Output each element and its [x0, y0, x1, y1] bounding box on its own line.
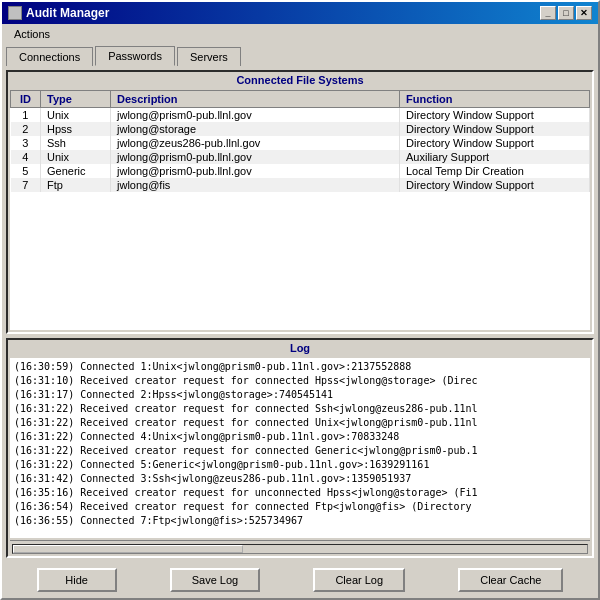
- col-id: ID: [11, 91, 41, 108]
- window-title: Audit Manager: [26, 6, 109, 20]
- cell-id: 2: [11, 122, 41, 136]
- close-button[interactable]: ✕: [576, 6, 592, 20]
- log-line: (16:31:22) Connected 4:Unix<jwlong@prism…: [14, 430, 586, 444]
- tab-passwords[interactable]: Passwords: [95, 46, 175, 66]
- tab-servers[interactable]: Servers: [177, 47, 241, 66]
- maximize-button[interactable]: □: [558, 6, 574, 20]
- cell-func: Auxiliary Support: [400, 150, 590, 164]
- log-line: (16:30:59) Connected 1:Unix<jwlong@prism…: [14, 360, 586, 374]
- save-log-button[interactable]: Save Log: [170, 568, 260, 592]
- cell-desc: jwlong@prism0-pub.llnl.gov: [111, 108, 400, 123]
- cell-type: Generic: [41, 164, 111, 178]
- log-line: (16:31:42) Connected 3:Ssh<jwlong@zeus28…: [14, 472, 586, 486]
- cell-id: 1: [11, 108, 41, 123]
- cell-desc: jwlong@prism0-pub.llnl.gov: [111, 164, 400, 178]
- menu-actions[interactable]: Actions: [6, 26, 58, 42]
- col-desc: Description: [111, 91, 400, 108]
- cell-desc: jwlong@zeus286-pub.llnl.gov: [111, 136, 400, 150]
- tab-connections[interactable]: Connections: [6, 47, 93, 66]
- fs-panel: Connected File Systems ID Type Descripti…: [6, 70, 594, 334]
- hide-button[interactable]: Hide: [37, 568, 117, 592]
- menu-bar: Actions: [2, 24, 598, 44]
- cell-id: 4: [11, 150, 41, 164]
- h-scrollbar-thumb: [13, 545, 243, 553]
- cell-func: Local Temp Dir Creation: [400, 164, 590, 178]
- cell-type: Unix: [41, 150, 111, 164]
- clear-log-button[interactable]: Clear Log: [313, 568, 405, 592]
- horizontal-scrollbar[interactable]: [12, 544, 588, 554]
- cell-func: Directory Window Support: [400, 178, 590, 192]
- fs-panel-header: Connected File Systems: [8, 72, 592, 88]
- cell-desc: jwlong@fis: [111, 178, 400, 192]
- cell-func: Directory Window Support: [400, 122, 590, 136]
- col-type: Type: [41, 91, 111, 108]
- log-line: (16:31:22) Received creator request for …: [14, 416, 586, 430]
- log-line: (16:31:10) Received creator request for …: [14, 374, 586, 388]
- col-func: Function: [400, 91, 590, 108]
- log-line: (16:31:22) Received creator request for …: [14, 444, 586, 458]
- horizontal-scroll-area: [10, 540, 590, 556]
- table-row[interactable]: 2 Hpss jwlong@storage Directory Window S…: [11, 122, 590, 136]
- cell-type: Hpss: [41, 122, 111, 136]
- log-panel: Log (16:30:59) Connected 1:Unix<jwlong@p…: [6, 338, 594, 558]
- log-line: (16:31:22) Received creator request for …: [14, 402, 586, 416]
- cell-desc: jwlong@storage: [111, 122, 400, 136]
- app-icon: [8, 6, 22, 20]
- fs-table-container[interactable]: ID Type Description Function 1 Unix jwlo…: [10, 90, 590, 330]
- log-container[interactable]: (16:30:59) Connected 1:Unix<jwlong@prism…: [10, 358, 590, 538]
- log-line: (16:36:55) Connected 7:Ftp<jwlong@fis>:5…: [14, 514, 586, 528]
- cell-id: 3: [11, 136, 41, 150]
- cell-desc: jwlong@prism0-pub.llnl.gov: [111, 150, 400, 164]
- log-line: (16:35:16) Received creator request for …: [14, 486, 586, 500]
- main-content: Connected File Systems ID Type Descripti…: [2, 66, 598, 562]
- cell-type: Unix: [41, 108, 111, 123]
- table-row[interactable]: 4 Unix jwlong@prism0-pub.llnl.gov Auxili…: [11, 150, 590, 164]
- table-row[interactable]: 3 Ssh jwlong@zeus286-pub.llnl.gov Direct…: [11, 136, 590, 150]
- tab-bar: Connections Passwords Servers: [2, 46, 598, 66]
- title-bar: Audit Manager _ □ ✕: [2, 2, 598, 24]
- log-panel-header: Log: [8, 340, 592, 356]
- cell-func: Directory Window Support: [400, 108, 590, 123]
- button-bar: Hide Save Log Clear Log Clear Cache: [2, 562, 598, 598]
- cell-id: 5: [11, 164, 41, 178]
- cell-id: 7: [11, 178, 41, 192]
- fs-table: ID Type Description Function 1 Unix jwlo…: [10, 90, 590, 192]
- log-line: (16:31:22) Connected 5:Generic<jwlong@pr…: [14, 458, 586, 472]
- table-row[interactable]: 1 Unix jwlong@prism0-pub.llnl.gov Direct…: [11, 108, 590, 123]
- log-line: (16:36:54) Received creator request for …: [14, 500, 586, 514]
- title-bar-left: Audit Manager: [8, 6, 109, 20]
- cell-type: Ftp: [41, 178, 111, 192]
- table-row[interactable]: 5 Generic jwlong@prism0-pub.llnl.gov Loc…: [11, 164, 590, 178]
- cell-type: Ssh: [41, 136, 111, 150]
- clear-cache-button[interactable]: Clear Cache: [458, 568, 563, 592]
- table-row[interactable]: 7 Ftp jwlong@fis Directory Window Suppor…: [11, 178, 590, 192]
- minimize-button[interactable]: _: [540, 6, 556, 20]
- log-line: (16:31:17) Connected 2:Hpss<jwlong@stora…: [14, 388, 586, 402]
- title-bar-buttons: _ □ ✕: [540, 6, 592, 20]
- main-window: Audit Manager _ □ ✕ Actions Connections …: [0, 0, 600, 600]
- cell-func: Directory Window Support: [400, 136, 590, 150]
